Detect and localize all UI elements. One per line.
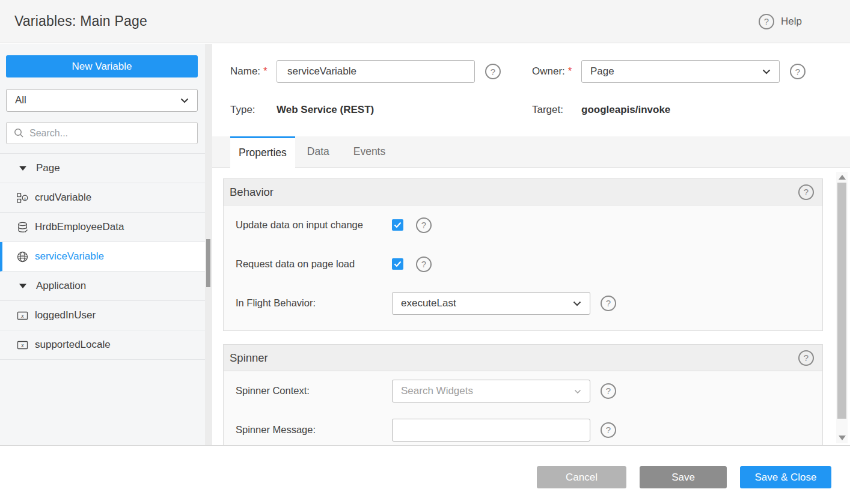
spinner-context-label: Spinner Context: <box>236 385 392 396</box>
type-field-group: Type: Web Service (REST) <box>230 101 374 119</box>
spinner-context-placeholder: Search Widgets <box>401 385 473 397</box>
name-label: Name: <box>230 65 260 77</box>
request-data-row: Request data on page load ? <box>224 244 822 284</box>
svg-text:x: x <box>23 195 26 201</box>
scroll-up-arrow-icon[interactable] <box>839 175 846 180</box>
variable-filter-value: All <box>15 94 26 106</box>
sidebar-item-label: crudVariable <box>35 192 91 204</box>
in-flight-behavior-select[interactable]: executeLast <box>392 292 590 315</box>
variable-search[interactable] <box>6 122 198 144</box>
type-value: Web Service (REST) <box>277 104 374 116</box>
sidebar-item-loggedinuser[interactable]: x loggedInUser <box>0 301 205 330</box>
cancel-button[interactable]: Cancel <box>537 466 626 488</box>
sidebar-group-label: Application <box>36 280 86 292</box>
sidebar-scrollbar-thumb[interactable] <box>206 239 210 287</box>
owner-field-group: Owner: * Page ? <box>532 60 806 83</box>
sidebar-item-label: supportedLocale <box>35 339 111 351</box>
sidebar-item-label: HrdbEmployeeData <box>35 221 124 233</box>
variables-sidebar: New Variable All Page x <box>0 44 212 445</box>
search-input[interactable] <box>29 128 190 139</box>
update-data-label: Update data on input change <box>236 219 392 231</box>
sidebar-item-crudvariable[interactable]: x crudVariable <box>0 183 205 213</box>
owner-help-icon[interactable]: ? <box>790 64 806 79</box>
variable-list: Page x crudVariable HrdbEmployeeData ser… <box>0 153 205 360</box>
dialog-header: Variables: Main Page ? Help <box>0 0 850 43</box>
sidebar-group-page[interactable]: Page <box>0 154 205 183</box>
spinner-message-help-icon[interactable]: ? <box>601 422 616 438</box>
chevron-down-icon <box>180 94 189 106</box>
variable-filter-select[interactable]: All <box>6 89 198 112</box>
sidebar-item-supportedlocale[interactable]: x supportedLocale <box>0 330 205 360</box>
behavior-section: Behavior ? Update data on input change ?… <box>223 178 823 331</box>
update-data-checkbox[interactable] <box>392 219 403 231</box>
scroll-down-arrow-icon[interactable] <box>839 436 846 440</box>
sidebar-scrollbar[interactable] <box>205 44 212 445</box>
owner-label: Owner: <box>532 65 565 77</box>
spinner-help-icon[interactable]: ? <box>798 350 814 366</box>
required-marker: * <box>568 65 572 77</box>
help-icon: ? <box>759 14 774 29</box>
page-title: Variables: Main Page <box>14 13 147 29</box>
dialog-footer: Cancel Save Save & Close <box>0 445 850 504</box>
sidebar-group-application[interactable]: Application <box>0 272 205 301</box>
sidebar-item-label: serviceVariable <box>35 250 104 263</box>
update-data-row: Update data on input change ? <box>224 205 822 244</box>
sidebar-group-label: Page <box>36 162 60 174</box>
in-flight-behavior-value: executeLast <box>401 297 456 309</box>
content-scrollbar[interactable] <box>836 172 848 443</box>
tab-data[interactable]: Data <box>295 136 341 167</box>
properties-tab-content: Behavior ? Update data on input change ?… <box>212 168 836 445</box>
target-value: googleapis/invoke <box>581 104 670 116</box>
spinner-section: Spinner ? Spinner Context: Search Widget… <box>223 344 823 445</box>
globe-icon <box>17 251 28 263</box>
required-marker: * <box>263 65 268 77</box>
help-button[interactable]: ? Help <box>759 14 802 29</box>
in-flight-behavior-row: In Flight Behavior: executeLast ? <box>224 284 822 323</box>
chevron-down-icon <box>574 385 581 397</box>
triangle-down-icon <box>17 165 28 171</box>
svg-text:x: x <box>20 342 24 348</box>
sidebar-item-servicevariable[interactable]: serviceVariable <box>0 242 205 272</box>
owner-select[interactable]: Page <box>581 60 780 83</box>
tab-properties[interactable]: Properties <box>230 136 295 168</box>
update-data-help-icon[interactable]: ? <box>416 217 432 233</box>
spinner-context-row: Spinner Context: Search Widgets ? <box>224 371 822 410</box>
spinner-context-select[interactable]: Search Widgets <box>392 380 590 402</box>
detail-tabbar: Properties Data Events <box>212 136 850 168</box>
tab-events[interactable]: Events <box>341 136 398 167</box>
behavior-section-title: Behavior <box>230 186 274 199</box>
content-scrollbar-thumb[interactable] <box>837 183 846 419</box>
spinner-section-header: Spinner ? <box>224 345 822 371</box>
crud-variable-icon: x <box>17 192 28 204</box>
variables-dialog: Variables: Main Page ? Help New Variable… <box>0 0 850 504</box>
spinner-message-input[interactable] <box>392 419 590 442</box>
target-label: Target: <box>532 104 563 116</box>
save-button[interactable]: Save <box>640 466 727 488</box>
sidebar-item-hrdbemployeedata[interactable]: HrdbEmployeeData <box>0 213 205 242</box>
name-input[interactable] <box>277 60 475 83</box>
spinner-message-row: Spinner Message: ? <box>224 410 822 445</box>
help-label: Help <box>781 16 802 28</box>
variable-x-icon: x <box>17 310 28 321</box>
chevron-down-icon <box>573 297 581 309</box>
new-variable-button[interactable]: New Variable <box>6 55 198 77</box>
behavior-section-header: Behavior ? <box>224 179 822 205</box>
request-data-checkbox[interactable] <box>392 258 403 270</box>
behavior-help-icon[interactable]: ? <box>798 184 814 200</box>
svg-text:x: x <box>20 312 24 319</box>
spinner-section-title: Spinner <box>230 351 268 365</box>
request-data-help-icon[interactable]: ? <box>416 257 432 272</box>
name-help-icon[interactable]: ? <box>485 64 501 79</box>
spinner-context-help-icon[interactable]: ? <box>601 383 616 399</box>
in-flight-behavior-help-icon[interactable]: ? <box>601 296 616 311</box>
variable-detail-panel: Name: * ? Owner: * Page ? Type: Web <box>212 44 850 445</box>
in-flight-behavior-label: In Flight Behavior: <box>236 297 392 309</box>
triangle-down-icon <box>17 283 28 289</box>
sidebar-item-label: loggedInUser <box>35 309 96 321</box>
search-icon <box>14 128 24 138</box>
request-data-label: Request data on page load <box>236 258 392 270</box>
type-label: Type: <box>230 104 255 116</box>
save-and-close-button[interactable]: Save & Close <box>740 466 831 488</box>
chevron-down-icon <box>762 65 771 77</box>
owner-select-value: Page <box>590 65 614 77</box>
